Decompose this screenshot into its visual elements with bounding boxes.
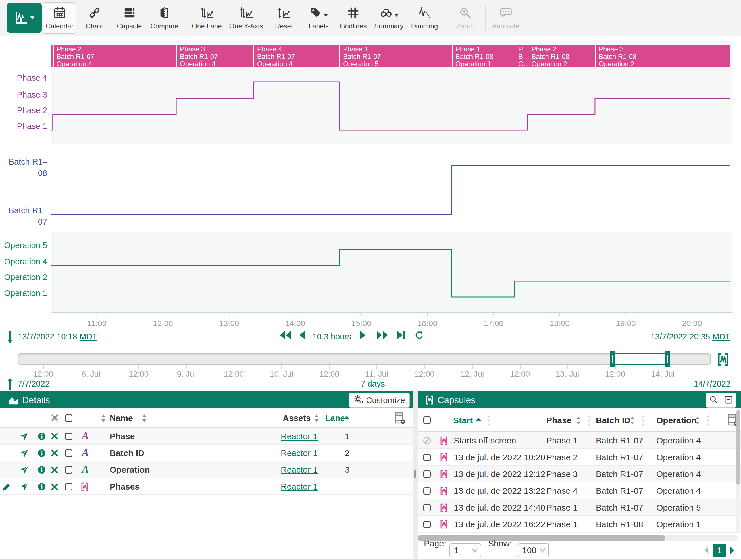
asset-link[interactable]: Reactor 1 [281,445,318,461]
one-y-axis-button[interactable]: One Y-Axis [227,3,265,33]
sort-asc-icon[interactable] [344,415,349,421]
column-header-lane[interactable]: Lane [325,409,345,428]
capsule-bar-segment[interactable]: Phase 2Batch R1-07Operation 4 [53,45,177,67]
display-range-end[interactable]: 13/7/2022 20:35 MDT [617,332,730,341]
asset-link[interactable]: Reactor 1 [281,428,318,445]
asset-link[interactable]: Reactor 1 [281,461,318,478]
info-icon[interactable] [38,465,46,475]
chain-button[interactable]: Chain [79,3,111,33]
row-checkbox[interactable] [423,471,431,478]
step-forward-fast-icon[interactable] [377,330,388,341]
panel-splitter[interactable] [413,391,418,560]
column-header-start[interactable]: Start [453,409,472,432]
refresh-icon[interactable] [414,330,424,341]
details-row[interactable]: PhasesReactor 1 [0,478,413,495]
next-page-icon[interactable] [729,546,735,556]
vertical-scrollbar[interactable] [736,409,740,533]
scrollbar-thumb[interactable] [736,410,740,485]
scrubber-selection[interactable] [613,353,667,365]
page-select[interactable]: 1 [450,543,481,557]
edit-pencil-icon[interactable] [2,482,11,492]
sort-asc-icon[interactable] [476,417,481,422]
scrubber-track[interactable] [18,353,711,365]
row-checkbox[interactable] [65,433,72,440]
display-range-duration[interactable]: 10.3 hours [309,332,355,341]
sort-icon[interactable] [576,417,581,426]
select-all-checkbox[interactable] [423,417,431,424]
horizontal-scrollbar[interactable] [418,535,738,541]
current-page-button[interactable]: 1 [713,544,726,557]
row-checkbox[interactable] [65,483,72,490]
add-column-icon[interactable] [395,412,405,425]
row-checkbox[interactable] [65,449,72,457]
sort-icon[interactable] [630,417,634,426]
details-row[interactable]: APhaseReactor 11 [0,428,413,445]
capsule-bar-segment[interactable]: Phase 1Batch R1-08Operation 1 [452,45,515,67]
investigate-range-start[interactable]: 7/7/2022 [18,379,50,389]
remove-icon[interactable] [51,433,58,441]
column-menu-icon[interactable] [488,415,490,427]
column-header-name[interactable]: Name [110,409,133,428]
investigate-range-end[interactable]: 14/7/2022 [617,379,731,389]
capsule-bar-segment[interactable]: Phase 1Batch R1-07Operation 5 [339,45,452,67]
labels-button[interactable]: Labels [302,3,334,33]
step-to-end-icon[interactable] [397,330,406,341]
zoom-to-capsule-button[interactable] [706,393,721,408]
step-back-fast-icon[interactable] [279,330,291,341]
capsule-bar-segment[interactable]: P…B…O… [515,45,528,67]
compare-button[interactable]: Compare [148,3,181,33]
details-row[interactable]: AOperationReactor 13 [0,461,413,478]
info-icon[interactable] [38,449,46,458]
investigate-range-duration[interactable]: 7 days [344,379,401,389]
capsule-row[interactable]: 13 de jul. de 2022 13:22Phase 4Batch R1-… [418,482,741,499]
sort-icon[interactable] [314,414,319,423]
row-checkbox[interactable] [423,454,431,461]
sort-icon[interactable] [101,414,106,423]
scrollbar-thumb[interactable] [418,535,665,541]
capsule-button[interactable]: Capsule [113,3,145,33]
display-range-start[interactable]: 13/7/2022 10:18 MDT [18,332,97,341]
app-logo-button[interactable] [7,3,42,33]
timezone-link[interactable]: MDT [712,332,730,341]
scrubber-handle-left[interactable] [610,351,615,367]
capsule-row[interactable]: 13 de jul. de 2022 14:40Phase 1Batch R1-… [418,499,741,516]
one-lane-button[interactable]: One Lane [190,3,224,33]
timezone-link[interactable]: MDT [79,332,97,341]
asset-swap-icon[interactable] [20,432,29,442]
prev-page-icon[interactable] [703,546,710,556]
asset-link[interactable]: Reactor 1 [281,478,318,495]
info-icon[interactable] [38,432,46,442]
capsule-time-icon[interactable] [717,353,730,368]
capsule-bar-segment[interactable]: Phase 3Batch R1-08Operation 2 [595,45,731,67]
extend-investigate-start-icon[interactable] [6,377,14,392]
capsule-row[interactable]: Starts off-screenPhase 1Batch R1-07Opera… [418,432,741,449]
remove-icon[interactable] [51,466,58,475]
show-select[interactable]: 100 [518,543,549,557]
reset-button[interactable]: Reset [268,3,300,33]
capsule-row[interactable]: 13 de jul. de 2022 12:12Phase 3Batch R1-… [418,465,741,482]
column-menu-icon[interactable] [707,415,710,427]
capsule-bar-segment[interactable]: Phase 3Batch R1-07Operation 4 [176,45,254,67]
column-menu-icon[interactable] [588,415,590,427]
capsule-bar-segment[interactable]: Phase 2Batch R1-08Operation 2 [528,45,595,67]
row-checkbox[interactable] [65,466,72,474]
sort-icon[interactable] [142,414,147,423]
remove-icon[interactable] [51,483,58,492]
step-back-icon[interactable] [298,330,306,341]
step-forward-icon[interactable] [359,330,366,341]
sort-icon[interactable] [695,417,700,426]
remove-icon[interactable] [51,449,58,458]
row-checkbox[interactable] [423,521,431,528]
capsule-bar-segment[interactable]: Phase 4Batch R1-07Operation 4 [254,45,340,67]
column-header-operation[interactable]: Operation [656,409,697,432]
select-all-checkbox[interactable] [65,415,72,422]
asset-swap-icon[interactable] [20,465,29,476]
asset-swap-icon[interactable] [20,482,29,492]
capsule-row[interactable]: 13 de jul. de 2022 10:20Phase 2Batch R1-… [418,449,741,465]
gridlines-button[interactable]: Gridlines [337,3,369,33]
column-menu-icon[interactable] [642,415,644,427]
column-header-assets[interactable]: Assets [283,409,311,428]
dimming-button[interactable]: Dimming [409,3,441,33]
asset-swap-icon[interactable] [20,448,29,459]
info-icon[interactable] [38,482,46,492]
